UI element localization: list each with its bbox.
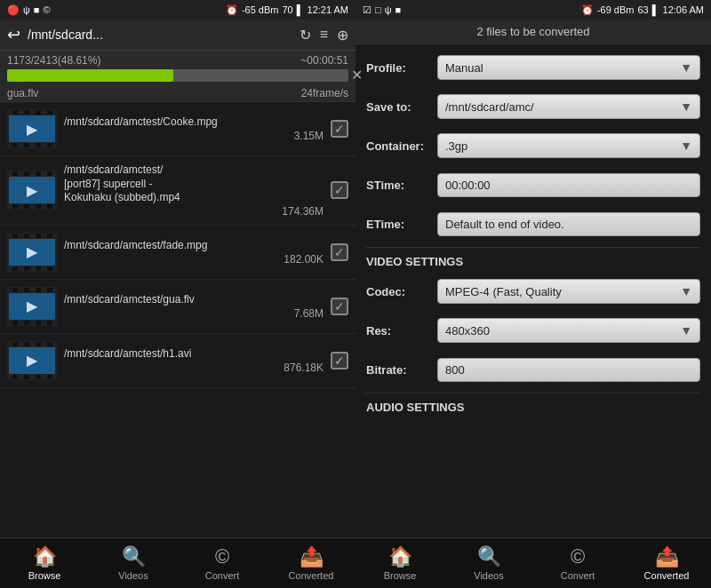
right-app-icon: ■	[395, 4, 402, 15]
codec-value: MPEG-4 (Fast, Quality	[445, 285, 562, 298]
etime-value: Default to end of video.	[445, 218, 564, 231]
stime-row: STime: 00:00:00	[366, 169, 700, 201]
right-nav-converted-button[interactable]: 📤 Converted	[622, 542, 711, 584]
left-status-right: ⏰ -65 dBm 70 ▌ 12:21 AM	[226, 4, 348, 16]
right-status-bar: ☑ □ ψ ■ ⏰ -69 dBm 63 ▌ 12:06 AM	[356, 0, 711, 20]
profile-dropdown[interactable]: Manual ▼	[437, 55, 700, 80]
file-checkbox[interactable]: ✓	[331, 352, 348, 369]
usb-icon: ψ	[23, 4, 30, 15]
nav-path-text: /mnt/sdcard...	[28, 28, 292, 42]
codec-row: Codec: MPEG-4 (Fast, Quality ▼	[366, 275, 700, 307]
file-info: /mnt/sdcard/amctest/[port87] supercell -…	[64, 163, 324, 218]
codec-label: Codec:	[366, 285, 437, 298]
files-info-text: 2 files to be converted	[476, 25, 589, 38]
right-videos-label: Videos	[474, 570, 503, 581]
file-thumbnail: ▶	[7, 341, 57, 380]
container-dropdown[interactable]: .3gp ▼	[437, 133, 700, 158]
file-checkbox[interactable]: ✓	[331, 120, 348, 138]
box-icon: □	[375, 4, 381, 15]
nav-convert-button[interactable]: © Convert	[178, 542, 267, 584]
file-size: 3.15M	[64, 130, 324, 142]
file-item[interactable]: ▶ /mnt/sdcard/amctest/Cooke.mpg 3.15M ✓	[0, 102, 356, 156]
sync-icon: ©	[44, 4, 51, 15]
file-path: /mnt/sdcard/amctest/Cooke.mpg	[64, 115, 324, 130]
etime-control: Default to end of video.	[437, 212, 700, 236]
res-value: 480x360	[445, 324, 490, 338]
save-to-dropdown-arrow: ▼	[680, 99, 692, 114]
file-size: 174.36M	[64, 205, 324, 218]
right-converted-icon: 📤	[655, 545, 679, 568]
profile-dropdown-arrow: ▼	[680, 60, 692, 75]
app-icon: ■	[34, 4, 40, 15]
right-nav-videos-button[interactable]: 🔍 Videos	[444, 542, 533, 584]
right-convert-label: Convert	[561, 570, 595, 581]
right-nav-convert-button[interactable]: © Convert	[533, 542, 622, 584]
file-subtitle-bar: gua.flv 24frame/s	[0, 85, 356, 102]
stime-control: 00:00:00	[437, 173, 700, 197]
browse-label: Browse	[28, 570, 61, 581]
bitrate-row: Bitrate: 800	[366, 354, 700, 385]
etime-row: ETime: Default to end of video.	[366, 208, 700, 240]
right-browse-label: Browse	[384, 570, 417, 581]
settings-content: Profile: Manual ▼ Save to: /mnt/sdcard/a…	[356, 44, 711, 537]
progress-time-remaining: ~00:00:51	[300, 54, 348, 67]
save-to-label: Save to:	[366, 100, 437, 114]
codec-dropdown[interactable]: MPEG-4 (Fast, Quality ▼	[437, 279, 700, 304]
file-item[interactable]: ▶ /mnt/sdcard/amctest/gua.flv 7.68M ✓	[0, 280, 356, 334]
menu-icon[interactable]: ≡	[320, 27, 328, 43]
back-button[interactable]: ↩	[7, 25, 20, 44]
file-checkbox[interactable]: ✓	[331, 298, 348, 315]
right-bottom-nav: 🏠 Browse 🔍 Videos © Convert 📤 Converted	[356, 537, 711, 588]
file-info: /mnt/sdcard/amctest/fade.mpg 182.00K	[64, 239, 324, 266]
res-control: 480x360 ▼	[437, 318, 700, 343]
progress-close-button[interactable]: ✕	[351, 67, 363, 83]
file-item[interactable]: ▶ /mnt/sdcard/amctest/h1.avi 876.18K ✓	[0, 334, 356, 388]
files-info-bar: 2 files to be converted	[356, 20, 711, 44]
notification-icon: 🔴	[7, 4, 20, 16]
file-item[interactable]: ▶ /mnt/sdcard/amctest/[port87] supercell…	[0, 156, 356, 226]
videos-label: Videos	[118, 570, 148, 581]
right-usb-icon: ψ	[385, 4, 392, 15]
nav-bar: ↩ /mnt/sdcard... ↻ ≡ ⊕	[0, 20, 356, 51]
right-nav-browse-button[interactable]: 🏠 Browse	[356, 542, 444, 584]
file-checkbox[interactable]: ✓	[331, 181, 348, 199]
progress-bar-track: ✕	[7, 69, 348, 82]
etime-input[interactable]: Default to end of video.	[437, 212, 700, 236]
save-to-dropdown[interactable]: /mnt/sdcard/amc/ ▼	[437, 94, 700, 119]
save-to-row: Save to: /mnt/sdcard/amc/ ▼	[366, 91, 700, 123]
audio-settings-header: AUDIO SETTINGS	[366, 393, 700, 414]
overflow-icon[interactable]: ⊕	[337, 27, 348, 44]
file-info: /mnt/sdcard/amctest/h1.avi 876.18K	[64, 347, 324, 374]
right-alarm-icon: ⏰	[581, 4, 594, 16]
file-checkbox[interactable]: ✓	[331, 243, 348, 261]
bitrate-input[interactable]: 800	[437, 358, 700, 382]
profile-control: Manual ▼	[437, 55, 700, 80]
file-size: 182.00K	[64, 253, 324, 266]
right-status-right: ⏰ -69 dBm 63 ▌ 12:06 AM	[581, 4, 704, 16]
bitrate-value: 800	[445, 363, 465, 377]
check-icon: ☑	[363, 4, 371, 16]
res-dropdown[interactable]: 480x360 ▼	[437, 318, 700, 343]
left-status-icons: 🔴 ψ ■ ©	[7, 4, 51, 16]
res-row: Res: 480x360 ▼	[366, 314, 700, 346]
nav-converted-button[interactable]: 📤 Converted	[267, 542, 356, 584]
right-status-icons: ☑ □ ψ ■	[363, 4, 401, 16]
file-thumbnail: ▶	[7, 171, 57, 210]
stime-value: 00:00:00	[445, 179, 491, 192]
browse-icon: 🏠	[33, 545, 57, 568]
nav-browse-button[interactable]: 🏠 Browse	[0, 542, 89, 584]
nav-videos-button[interactable]: 🔍 Videos	[89, 542, 178, 584]
left-battery-icon: ▌	[297, 4, 304, 15]
current-framerate: 24frame/s	[301, 87, 348, 99]
video-settings-header: VIDEO SETTINGS	[366, 247, 700, 268]
file-item[interactable]: ▶ /mnt/sdcard/amctest/fade.mpg 182.00K ✓	[0, 226, 356, 280]
right-browse-icon: 🏠	[388, 545, 412, 568]
file-path: /mnt/sdcard/amctest/gua.flv	[64, 293, 324, 307]
refresh-icon[interactable]: ↻	[300, 27, 311, 44]
file-thumbnail: ▶	[7, 109, 57, 148]
left-time: 12:21 AM	[308, 4, 348, 15]
right-panel: ☑ □ ψ ■ ⏰ -69 dBm 63 ▌ 12:06 AM 2 files …	[356, 0, 711, 588]
profile-value: Manual	[445, 61, 483, 75]
converted-label: Converted	[289, 570, 334, 581]
stime-input[interactable]: 00:00:00	[437, 173, 700, 197]
